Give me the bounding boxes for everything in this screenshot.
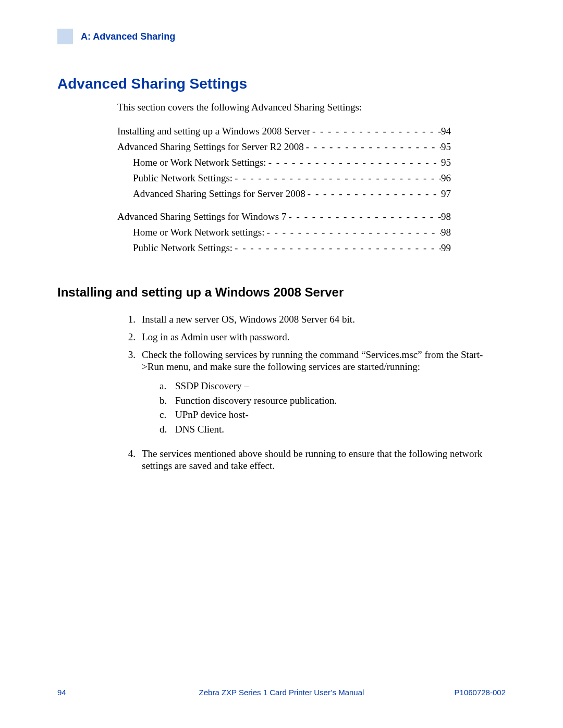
toc-entry-page: 95 [441, 141, 451, 153]
substep-item: a.SSDP Discovery – [160, 379, 498, 393]
footer-manual-title: Zebra ZXP Series 1 Card Printer User’s M… [57, 688, 506, 697]
ordered-steps: 1.Install a new server OS, Windows 2008 … [125, 313, 498, 472]
page-footer: 94 Zebra ZXP Series 1 Card Printer User’… [57, 688, 506, 697]
toc-entry-page: 95 [441, 157, 451, 168]
toc-leader-dots [266, 157, 441, 168]
substep-item: c.UPnP device host- [160, 408, 498, 422]
toc-gap [117, 204, 451, 211]
page-header: A: Advanced Sharing [57, 29, 506, 44]
toc-entry-label: Advanced Sharing Settings for Windows 7 [117, 211, 286, 223]
toc-entry-label: Advanced Sharing Settings for Server R2 … [117, 141, 304, 153]
step-body: Check the following services by running … [142, 349, 498, 442]
substep-letter: a. [160, 379, 175, 393]
toc-entry-label: Public Network Settings: [133, 172, 232, 184]
page-title: Advanced Sharing Settings [57, 76, 506, 92]
step-item: 1.Install a new server OS, Windows 2008 … [125, 313, 498, 326]
toc-entry[interactable]: Public Network Settings:99 [117, 242, 451, 254]
toc-entry-label: Advanced Sharing Settings for Server 200… [133, 188, 305, 200]
step-item: 3.Check the following services by runnin… [125, 349, 498, 442]
step-number: 1. [125, 313, 142, 326]
step-number: 3. [125, 349, 142, 442]
step-text: Check the following services by running … [142, 349, 498, 374]
toc-leader-dots [264, 227, 441, 238]
substep-letter: d. [160, 423, 175, 436]
toc-entry[interactable]: Advanced Sharing Settings for Windows 79… [117, 211, 451, 223]
substep-text: DNS Client. [175, 423, 224, 436]
substep-item: b.Function discovery resource publicatio… [160, 394, 498, 408]
toc-leader-dots [286, 211, 441, 223]
toc-entry-label: Installing and setting up a Windows 2008… [117, 126, 310, 137]
toc-entry-label: Public Network Settings: [133, 242, 232, 254]
step-number: 2. [125, 331, 142, 343]
toc-leader-dots [304, 141, 441, 153]
intro-paragraph: This section covers the following Advanc… [117, 102, 506, 113]
toc-leader-dots [232, 242, 441, 254]
step-body: The services mentioned above should be r… [142, 448, 498, 473]
toc-entry-page: 97 [441, 188, 451, 200]
toc-entry-page: 98 [441, 227, 451, 238]
step-text: Install a new server OS, Windows 2008 Se… [142, 313, 498, 326]
substep-text: SSDP Discovery – [175, 379, 249, 393]
toc-entry[interactable]: Installing and setting up a Windows 2008… [117, 126, 451, 137]
toc-entry-label: Home or Work Network Settings: [133, 157, 266, 168]
substep-item: d.DNS Client. [160, 423, 498, 436]
toc-entry-page: 94 [441, 126, 451, 137]
toc-entry[interactable]: Home or Work Network settings:98 [117, 227, 451, 238]
toc-leader-dots [310, 126, 441, 137]
toc-entry[interactable]: Public Network Settings:96 [117, 172, 451, 184]
section-heading: Installing and setting up a Windows 2008… [57, 285, 506, 300]
substeps: a.SSDP Discovery –b.Function discovery r… [160, 379, 498, 436]
step-number: 4. [125, 448, 142, 473]
toc-entry-page: 99 [441, 242, 451, 254]
step-body: Log in as Admin user with password. [142, 331, 498, 343]
step-item: 2.Log in as Admin user with password. [125, 331, 498, 343]
toc-entry-page: 98 [441, 211, 451, 223]
toc-entry[interactable]: Home or Work Network Settings:95 [117, 157, 451, 168]
footer-page-number: 94 [57, 688, 66, 697]
step-body: Install a new server OS, Windows 2008 Se… [142, 313, 498, 326]
toc-leader-dots [305, 188, 441, 200]
header-section-label: A: Advanced Sharing [81, 31, 175, 42]
toc-entry[interactable]: Advanced Sharing Settings for Server 200… [117, 188, 451, 200]
document-page: A: Advanced Sharing Advanced Sharing Set… [0, 0, 563, 728]
substep-letter: c. [160, 408, 175, 422]
step-item: 4.The services mentioned above should be… [125, 448, 498, 473]
substep-text: Function discovery resource publication. [175, 394, 337, 408]
toc-entry-label: Home or Work Network settings: [133, 227, 264, 238]
footer-doc-number: P1060728-002 [455, 688, 506, 697]
step-text: The services mentioned above should be r… [142, 448, 498, 473]
substep-letter: b. [160, 394, 175, 408]
substep-text: UPnP device host- [175, 408, 249, 422]
toc-entry[interactable]: Advanced Sharing Settings for Server R2 … [117, 141, 451, 153]
step-text: Log in as Admin user with password. [142, 331, 498, 343]
table-of-contents: Installing and setting up a Windows 2008… [117, 126, 451, 254]
toc-entry-page: 96 [441, 172, 451, 184]
header-accent-square [57, 29, 73, 44]
toc-leader-dots [232, 172, 441, 184]
